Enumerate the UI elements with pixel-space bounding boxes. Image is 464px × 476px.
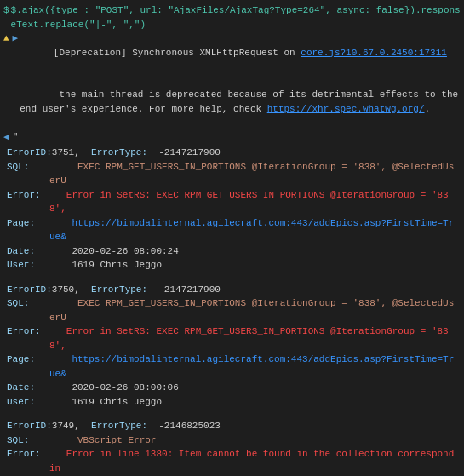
warning-link1[interactable]: core.js?10.67.0.2450:17311 <box>301 48 447 58</box>
expand-line[interactable]: ◀ " <box>0 130 464 145</box>
sql-label: SQL: <box>7 160 49 175</box>
quote-open: " <box>13 130 19 145</box>
spacer <box>3 409 461 416</box>
page-line: Page: https://bimodalinternal.agilecraft… <box>3 353 461 381</box>
user-label: User: <box>7 258 49 272</box>
errorid-value: 3751, <box>52 146 91 160</box>
sql-line: SQL: EXEC RPM_GET_USERS_IN_PORTIONS @Ite… <box>3 296 461 324</box>
user-line: User: 1619 Chris Jeggo <box>3 258 461 272</box>
page-label: Page: <box>7 216 49 231</box>
errortype-label: ErrorType: <box>91 146 147 160</box>
spacer <box>3 272 461 279</box>
errortype-value: -2147217900 <box>147 283 221 297</box>
page-label: Page: <box>7 353 49 367</box>
errortype-label: ErrorType: <box>91 283 147 297</box>
sql-line: SQL: EXEC RPM_GET_USERS_IN_PORTIONS @Ite… <box>3 160 461 188</box>
prompt-icon: $ <box>3 3 9 18</box>
error-id-line: ErrorID: 3750, ErrorType: -2147217900 <box>3 283 461 297</box>
page-value[interactable]: https://bimodalinternal.agilecraft.com:4… <box>49 353 457 381</box>
error-block: ErrorID: 3751, ErrorType: -2147217900 SQ… <box>0 144 464 281</box>
errorid-label: ErrorID: <box>7 146 52 160</box>
error-blocks-container: ErrorID: 3751, ErrorType: -2147217900 SQ… <box>0 144 464 476</box>
warning-link2[interactable]: https://xhr.spec.whatwg.org/ <box>267 104 425 114</box>
error-label: Error: <box>7 447 49 462</box>
user-label: User: <box>7 395 49 410</box>
date-line: Date: 2020-02-26 08:00:24 <box>3 244 461 259</box>
error-id-line: ErrorID: 3749, ErrorType: -2146825023 <box>3 419 461 433</box>
error-value: Error in SetRS: EXEC RPM_GET_USERS_IN_PO… <box>49 324 457 353</box>
sql-value: EXEC RPM_GET_USERS_IN_PORTIONS @Iteratio… <box>49 160 457 188</box>
date-line: Date: 2020-02-26 08:00:06 <box>3 381 461 395</box>
user-value: 1619 Chris Jeggo <box>49 395 162 410</box>
error-line: Error: Error in SetRS: EXEC RPM_GET_USER… <box>3 324 461 353</box>
sql-value: VBScript Error <box>49 433 156 448</box>
errorid-value: 3749, <box>52 419 91 433</box>
code-text: $.ajax({type : "POST", url: "AjaxFiles/A… <box>11 3 461 32</box>
user-line: User: 1619 Chris Jeggo <box>3 395 461 410</box>
warning-icon: ▲ <box>3 32 9 46</box>
warning-text: [Deprecation] Synchronous XMLHttpRequest… <box>20 32 461 130</box>
error-value: Error in line 1380: Item cannot be found… <box>49 447 457 475</box>
date-value: 2020-02-26 08:00:24 <box>49 244 179 259</box>
error-line: Error: Error in line 1380: Item cannot b… <box>3 447 461 475</box>
page-line: Page: https://bimodalinternal.agilecraft… <box>3 216 461 244</box>
user-value: 1619 Chris Jeggo <box>49 258 162 272</box>
errortype-value: -2146825023 <box>147 419 221 433</box>
error-block: ErrorID: 3749, ErrorType: -2146825023 SQ… <box>0 417 464 476</box>
error-value: Error in SetRS: EXEC RPM_GET_USERS_IN_PO… <box>49 188 457 216</box>
warning-text-part1: [Deprecation] Synchronous XMLHttpRequest… <box>54 48 301 58</box>
error-id-line: ErrorID: 3751, ErrorType: -2147217900 <box>3 146 461 160</box>
expand-arrow-icon: ▶ <box>13 32 19 46</box>
error-label: Error: <box>7 188 49 203</box>
sql-label: SQL: <box>7 433 49 448</box>
date-value: 2020-02-26 08:00:06 <box>49 381 179 395</box>
errorid-label: ErrorID: <box>7 419 52 433</box>
errortype-value: -2147217900 <box>147 146 221 160</box>
warning-line: ▲ ▶ [Deprecation] Synchronous XMLHttpReq… <box>0 32 464 130</box>
errorid-value: 3750, <box>52 283 91 297</box>
error-label: Error: <box>7 324 49 339</box>
expand-icon[interactable]: ◀ <box>3 130 9 145</box>
errortype-label: ErrorType: <box>91 419 147 433</box>
errorid-label: ErrorID: <box>7 283 52 297</box>
page-value[interactable]: https://bimodalinternal.agilecraft.com:4… <box>49 216 457 244</box>
date-label: Date: <box>7 244 49 259</box>
sql-label: SQL: <box>7 296 49 311</box>
terminal[interactable]: $ $.ajax({type : "POST", url: "AjaxFiles… <box>0 0 464 476</box>
sql-value: EXEC RPM_GET_USERS_IN_PORTIONS @Iteratio… <box>49 296 457 324</box>
sql-line: SQL: VBScript Error <box>3 433 461 448</box>
warning-text-part3: . <box>425 104 431 114</box>
error-line: Error: Error in SetRS: EXEC RPM_GET_USER… <box>3 188 461 216</box>
date-label: Date: <box>7 381 49 395</box>
code-line: $ $.ajax({type : "POST", url: "AjaxFiles… <box>0 3 464 32</box>
error-block: ErrorID: 3750, ErrorType: -2147217900 SQ… <box>0 281 464 418</box>
